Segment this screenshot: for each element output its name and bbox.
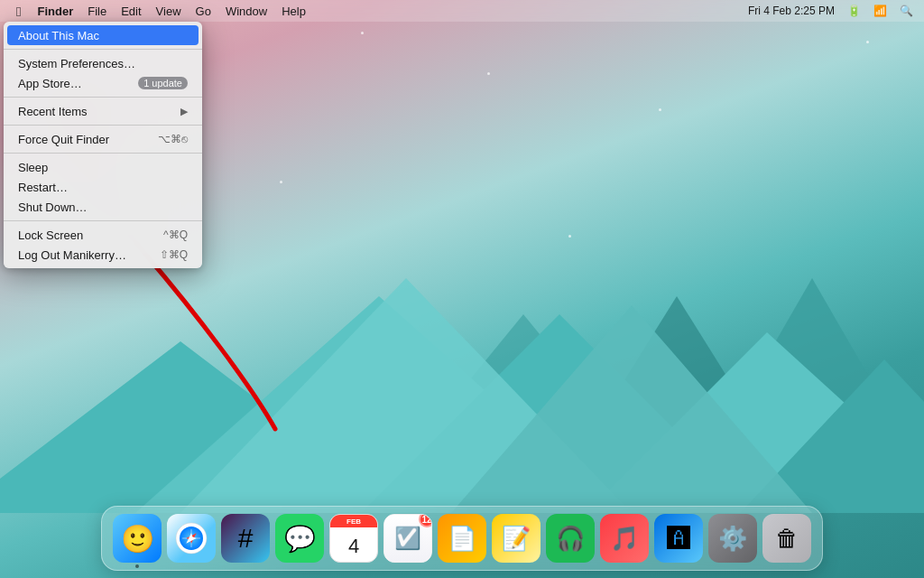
menubar-window[interactable]: Window [218,0,274,22]
dock-icon-reminders[interactable]: ☑️ 12 [383,514,432,563]
desktop:  Finder File Edit View Go Window Help F… [0,0,924,578]
dock-icon-safari[interactable] [167,514,216,563]
logout-shortcut: ⇧⌘Q [160,248,188,261]
menu-separator-2 [4,97,202,98]
menubar-app-name[interactable]: Finder [30,0,80,22]
menu-item-restart[interactable]: Restart… [4,177,202,197]
force-quit-shortcut: ⌥⌘⎋ [158,133,188,145]
dock-icon-spotify[interactable]: 🎧 [546,514,595,563]
menu-item-shutdown[interactable]: Shut Down… [4,197,202,217]
menubar-battery-icon: 🔋 [844,5,864,17]
dock-icon-appstore[interactable]: 🅰 [654,514,703,563]
menu-item-lock-screen[interactable]: Lock Screen ^⌘Q [4,225,202,245]
menubar-go[interactable]: Go [189,0,218,22]
dock-icon-trash[interactable]: 🗑 [762,514,811,563]
dock-icon-finder[interactable]: 🙂 [113,514,162,563]
apple-menu-trigger[interactable]:  [7,0,30,22]
menubar-left:  Finder File Edit View Go Window Help [7,0,313,22]
menu-item-about[interactable]: About This Mac [7,25,199,45]
app-store-badge: 1 update [138,77,188,89]
dock-icon-slack[interactable]: # [221,514,270,563]
menu-item-force-quit[interactable]: Force Quit Finder ⌥⌘⎋ [4,129,202,149]
menu-separator-5 [4,220,202,221]
menu-item-system-prefs[interactable]: System Preferences… [4,53,202,73]
menu-separator-1 [4,49,202,50]
dock-icon-pages[interactable]: 📄 [438,514,486,563]
menubar-view[interactable]: View [149,0,189,22]
recent-items-arrow: ▶ [180,106,188,117]
dock-icon-system-preferences[interactable]: ⚙️ [708,514,757,563]
menu-item-app-store[interactable]: App Store… 1 update [4,73,202,93]
dock: 🙂 # [101,506,823,571]
menubar-right: Fri 4 Feb 2:25 PM 🔋 📶 🔍 [744,5,917,17]
apple-menu-dropdown: About This Mac System Preferences… App S… [4,22,202,268]
menubar-search-icon[interactable]: 🔍 [896,5,917,17]
lock-screen-shortcut: ^⌘Q [163,228,188,241]
dock-icon-calendar[interactable]: FEB 4 [329,514,378,563]
menubar-edit[interactable]: Edit [114,0,148,22]
menubar-help[interactable]: Help [274,0,313,22]
menubar:  Finder File Edit View Go Window Help F… [0,0,924,22]
dock-dot-finder [135,564,139,568]
dock-icon-notes[interactable]: 📝 [492,514,541,563]
menu-separator-3 [4,125,202,126]
menubar-file[interactable]: File [80,0,114,22]
safari-icon [175,522,208,555]
dock-icon-music[interactable]: 🎵 [600,514,649,563]
menu-item-logout[interactable]: Log Out Manikerry… ⇧⌘Q [4,245,202,265]
dock-icon-whatsapp[interactable]: 💬 [275,514,324,563]
menubar-wifi-icon: 📶 [870,5,891,17]
menu-item-sleep[interactable]: Sleep [4,157,202,177]
menu-item-recent-items[interactable]: Recent Items ▶ [4,101,202,121]
menubar-clock: Fri 4 Feb 2:25 PM [744,5,838,17]
menu-separator-4 [4,153,202,154]
